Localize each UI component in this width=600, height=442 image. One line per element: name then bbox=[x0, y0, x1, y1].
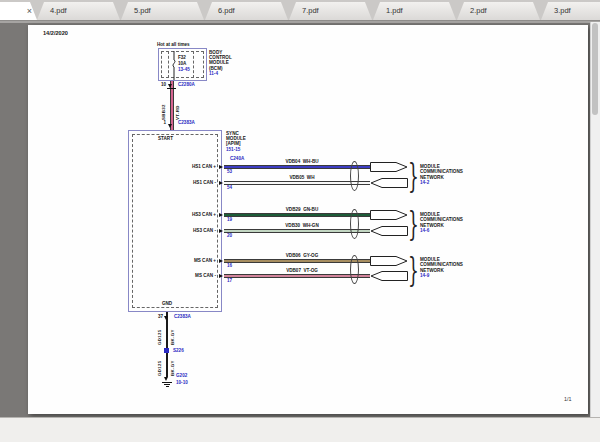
brace-glyph: } bbox=[408, 253, 419, 285]
splice-label: S226 bbox=[173, 348, 184, 353]
network-label: MODULE COMMUNICATIONS NETWORK 14-6 bbox=[420, 212, 463, 233]
brace-glyph: } bbox=[408, 207, 419, 239]
arrow-down-icon bbox=[168, 124, 172, 128]
connector-label: C2383A bbox=[178, 120, 195, 125]
wire-color-label: BK-GY bbox=[170, 356, 175, 376]
wire-label: VDB29 GN-BU bbox=[260, 207, 344, 212]
can-row: HS1 CAN + 53 VDB04 WH-BU bbox=[28, 159, 588, 175]
tab-bar: × 4.pdf 5.pdf 6.pdf 7.pdf 1.pdf 2.pdf 3.… bbox=[0, 0, 600, 21]
can-wire bbox=[224, 181, 370, 185]
fuse-page-ref: 13-45 bbox=[178, 67, 190, 72]
pin-number: 37 bbox=[149, 314, 163, 319]
bcm-box: F32 10A 13-45 bbox=[158, 48, 207, 81]
wire-label: VDB04 WH-BU bbox=[260, 159, 344, 164]
tab-active[interactable]: × bbox=[0, 2, 37, 20]
pdf-page: 14/2/2020 Hot at all times F32 10A 13-45… bbox=[28, 25, 588, 414]
can-pin-label: HS1 CAN - bbox=[178, 180, 216, 185]
can-row: HS1 CAN - 54 VDB05 WH bbox=[28, 175, 588, 191]
gnd-label: GND bbox=[154, 301, 180, 306]
circuit-label: GD125 bbox=[157, 323, 162, 345]
fuse-compartment-line bbox=[193, 51, 194, 78]
circuit-label: SBB32 bbox=[161, 92, 166, 120]
ground-symbol bbox=[162, 382, 172, 383]
connector-tick bbox=[167, 88, 176, 89]
fuse-name: F32 bbox=[178, 55, 186, 60]
pin-number: 17 bbox=[227, 278, 232, 283]
sync-module-name: SYNC MODULE [APIM] 151-15 bbox=[226, 131, 246, 152]
tab-7pdf[interactable]: 7.pdf bbox=[289, 2, 372, 20]
pin-number: 53 bbox=[227, 169, 232, 174]
hot-at-all-times-label: Hot at all times bbox=[157, 42, 190, 47]
connector-in-icon bbox=[370, 177, 408, 189]
arrow-right-icon bbox=[219, 229, 223, 233]
connector-label: C2383A bbox=[174, 314, 191, 319]
page-corner-number: 1/1 bbox=[564, 397, 572, 402]
tab-2pdf[interactable]: 2.pdf bbox=[457, 2, 540, 20]
tab-5pdf[interactable]: 5.pdf bbox=[121, 2, 204, 20]
can-wire bbox=[224, 229, 370, 233]
pin-number: 54 bbox=[227, 185, 232, 190]
pin-number: 10 bbox=[149, 82, 166, 87]
arrow-right-icon bbox=[219, 274, 223, 278]
tab-3pdf[interactable]: 3.pdf bbox=[541, 2, 600, 20]
fuse-rating: 10A bbox=[178, 61, 186, 66]
connector-in-icon bbox=[370, 225, 408, 237]
diagram-date: 14/2/2020 bbox=[43, 31, 68, 36]
arrow-right-icon bbox=[219, 213, 223, 217]
circuit-label: GD125 bbox=[157, 356, 162, 376]
splice-dot bbox=[164, 348, 169, 353]
ground-symbol bbox=[166, 386, 169, 387]
connector-in-icon bbox=[370, 270, 408, 282]
can-pin-label: HS3 CAN + bbox=[178, 212, 216, 217]
connector-label: C2280A bbox=[178, 82, 195, 87]
pdf-viewer-window: × 4.pdf 5.pdf 6.pdf 7.pdf 1.pdf 2.pdf 3.… bbox=[0, 0, 600, 442]
wire-label: VDB30 WH-GN bbox=[260, 223, 344, 228]
vertical-scrollbar[interactable] bbox=[590, 22, 600, 418]
pin-number: 20 bbox=[227, 233, 232, 238]
can-pin-label: MS CAN + bbox=[178, 258, 216, 263]
fuse-compartment-line bbox=[168, 51, 169, 78]
twisted-pair-ellipse bbox=[350, 161, 359, 191]
can-wire bbox=[224, 274, 370, 278]
bcm-name: BODY CONTROL MODULE (BCM) 11-4 bbox=[209, 50, 232, 76]
can-row: MS CAN + 16 VDB06 GY-OG bbox=[28, 253, 588, 269]
close-icon[interactable]: × bbox=[27, 2, 32, 20]
connector-out-icon bbox=[370, 161, 408, 173]
scrollbar-thumb[interactable] bbox=[592, 23, 598, 115]
status-toolbar bbox=[0, 417, 600, 442]
connector-out-icon bbox=[370, 209, 408, 221]
ground-symbol bbox=[164, 384, 170, 385]
tab-4pdf[interactable]: 4.pdf bbox=[37, 2, 120, 20]
tab-1pdf[interactable]: 1.pdf bbox=[373, 2, 456, 20]
can-wire bbox=[224, 165, 370, 169]
ground-wire bbox=[166, 312, 168, 377]
wire-color-label: BK-GY bbox=[170, 323, 175, 345]
can-wire bbox=[224, 259, 370, 263]
can-wire bbox=[224, 213, 370, 217]
wire-color-label: VT-RD bbox=[175, 92, 180, 120]
twisted-pair-ellipse bbox=[350, 209, 359, 239]
arrow-right-icon bbox=[219, 165, 223, 169]
start-label: START bbox=[158, 136, 173, 141]
ground-page-ref: 10-10 bbox=[176, 380, 188, 385]
network-label: MODULE COMMUNICATIONS NETWORK 14-2 bbox=[420, 164, 463, 185]
pin-number: 19 bbox=[227, 217, 232, 222]
brace-glyph: } bbox=[408, 159, 419, 191]
twisted-pair-ellipse bbox=[350, 255, 359, 284]
fuse-symbol-icon bbox=[170, 51, 178, 80]
ground-name: G202 bbox=[176, 373, 187, 378]
tab-6pdf[interactable]: 6.pdf bbox=[205, 2, 288, 20]
can-pin-label: HS1 CAN + bbox=[178, 164, 216, 169]
pin-number: 1 bbox=[149, 120, 166, 125]
can-row: HS3 CAN - 20 VDB30 WH-GN bbox=[28, 223, 588, 239]
can-row: HS3 CAN + 19 VDB29 GN-BU bbox=[28, 207, 588, 223]
ground-arrow-icon bbox=[164, 377, 168, 381]
can-pin-label: HS3 CAN - bbox=[178, 228, 216, 233]
wire-label: VDB06 GY-OG bbox=[260, 253, 344, 258]
network-label: MODULE COMMUNICATIONS NETWORK 14-9 bbox=[420, 257, 463, 278]
document-canvas: 14/2/2020 Hot at all times F32 10A 13-45… bbox=[0, 20, 600, 418]
arrow-right-icon bbox=[219, 181, 223, 185]
connector-out-icon bbox=[370, 255, 408, 267]
can-pin-label: MS CAN - bbox=[178, 273, 216, 278]
arrow-down-icon bbox=[164, 316, 168, 320]
